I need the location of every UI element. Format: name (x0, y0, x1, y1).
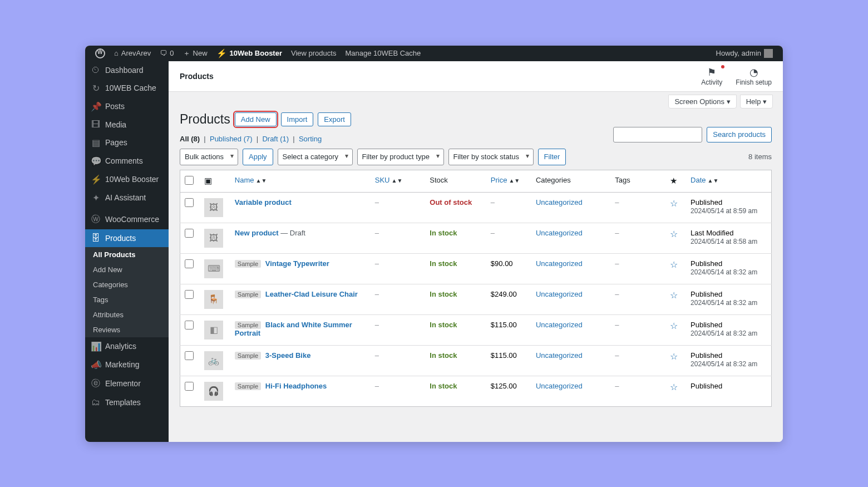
filter-draft[interactable]: Draft (1) (262, 135, 289, 143)
submenu-add-new[interactable]: Add New (85, 262, 169, 277)
menu-woocommerce[interactable]: ⓦWooCommerce (85, 210, 169, 229)
admin-toolbar: ⌂ ArevArev 🗨 0 ＋ New ⚡10Web Booster View… (85, 46, 783, 61)
row-checkbox[interactable] (185, 351, 194, 360)
menu-10web-cache[interactable]: ↻10WEB Cache (85, 79, 169, 97)
featured-toggle[interactable]: ☆ (670, 199, 678, 208)
product-name-cell: Sample Leather-Clad Leisure Chair (230, 284, 371, 314)
category-link[interactable]: Uncategorized (536, 351, 583, 360)
menu-label: Analytics (105, 342, 136, 351)
import-button[interactable]: Import (281, 112, 314, 126)
product-type-filter-select[interactable]: Filter by product type (357, 149, 444, 165)
sample-badge: Sample (235, 382, 261, 390)
product-thumbnail[interactable]: 🎧 (204, 382, 223, 401)
product-thumbnail[interactable]: 🖼 (204, 198, 223, 217)
product-name-link[interactable]: Hi-Fi Headphones (265, 382, 327, 390)
category-link[interactable]: Uncategorized (536, 259, 583, 268)
10web-booster-bar[interactable]: ⚡10Web Booster (212, 46, 287, 61)
help-tab[interactable]: Help ▾ (740, 95, 773, 109)
filter-all[interactable]: All (8) (180, 135, 200, 143)
col-date[interactable]: Date▲▼ (686, 170, 771, 192)
activity-button[interactable]: ⚑ Activity (701, 66, 722, 86)
table-row: 🖼 New product — Draft – In stock – Uncat… (180, 223, 772, 253)
menu-dashboard[interactable]: ⏲Dashboard (85, 61, 169, 79)
menu-products[interactable]: 🗄Products (85, 229, 169, 247)
col-name[interactable]: Name▲▼ (230, 170, 371, 192)
product-thumbnail[interactable]: 🚲 (204, 351, 223, 370)
col-featured[interactable]: ★ (665, 170, 686, 192)
search-products-button[interactable]: Search products (707, 127, 772, 142)
comments-bubble[interactable]: 🗨 0 (155, 46, 178, 61)
menu-ai-assistant[interactable]: ✦AI Assistant (85, 189, 169, 207)
category-link[interactable]: Uncategorized (536, 321, 583, 329)
menu-label: Marketing (105, 360, 139, 369)
product-name-link[interactable]: Vintage Typewriter (265, 259, 329, 268)
row-checkbox[interactable] (185, 198, 194, 207)
featured-toggle[interactable]: ☆ (670, 321, 678, 331)
submenu-attributes[interactable]: Attributes (85, 307, 169, 322)
col-thumbnail[interactable]: ▣ (200, 170, 230, 192)
product-thumbnail[interactable]: 🪑 (204, 290, 223, 309)
row-checkbox[interactable] (185, 382, 194, 391)
screen-options-tab[interactable]: Screen Options ▾ (668, 95, 736, 109)
woo-topbar: Products ⚑ Activity ◔ Finish setup (169, 61, 783, 92)
submenu-reviews[interactable]: Reviews (85, 322, 169, 337)
site-name[interactable]: ⌂ ArevArev (110, 46, 155, 61)
col-price[interactable]: Price▲▼ (486, 170, 531, 192)
my-account[interactable]: Howdy, admin (712, 46, 777, 61)
menu-10web-booster[interactable]: ⚡10Web Booster (85, 170, 169, 189)
category-link[interactable]: Uncategorized (536, 229, 583, 237)
menu-analytics[interactable]: 📊Analytics (85, 337, 169, 356)
menu-label: Comments (105, 156, 143, 165)
category-filter-select[interactable]: Select a category (278, 149, 353, 165)
stock-status: In stock (430, 229, 457, 237)
view-products[interactable]: View products (287, 46, 341, 61)
featured-toggle[interactable]: ☆ (670, 352, 678, 361)
featured-toggle[interactable]: ☆ (670, 260, 678, 269)
product-name-link[interactable]: New product (235, 229, 279, 237)
finish-setup-button[interactable]: ◔ Finish setup (736, 66, 772, 86)
filter-published[interactable]: Published (7) (210, 135, 253, 143)
featured-toggle[interactable]: ☆ (670, 229, 678, 239)
manage-cache[interactable]: Manage 10WEB Cache (341, 46, 425, 61)
col-sku[interactable]: SKU▲▼ (371, 170, 426, 192)
new-content[interactable]: ＋ New (179, 46, 212, 61)
menu-templates[interactable]: 🗂Templates (85, 393, 169, 411)
apply-button[interactable]: Apply (243, 149, 273, 165)
wp-logo[interactable] (91, 46, 110, 61)
category-link[interactable]: Uncategorized (536, 382, 583, 390)
product-name-link[interactable]: 3-Speed Bike (265, 351, 311, 360)
featured-toggle[interactable]: ☆ (670, 291, 678, 300)
stock-status-filter-select[interactable]: Filter by stock status (448, 149, 534, 165)
product-thumbnail[interactable]: 🖼 (204, 229, 223, 248)
search-input[interactable] (613, 127, 702, 142)
add-new-button[interactable]: Add New (235, 112, 277, 126)
select-all-checkbox[interactable] (185, 176, 194, 185)
submenu-tags[interactable]: Tags (85, 292, 169, 307)
filter-sorting[interactable]: Sorting (299, 135, 322, 143)
menu-posts[interactable]: 📌Posts (85, 97, 169, 116)
menu-icon: ⚡ (91, 174, 101, 185)
menu-elementor[interactable]: ⓔElementor (85, 374, 169, 393)
row-checkbox[interactable] (185, 259, 194, 268)
bulk-actions-select[interactable]: Bulk actions (180, 149, 238, 165)
export-button[interactable]: Export (318, 112, 351, 126)
submenu-all-products[interactable]: All Products (85, 247, 169, 262)
row-checkbox[interactable] (185, 229, 194, 238)
product-thumbnail[interactable]: ◧ (204, 321, 223, 340)
stock-status: Out of stock (430, 198, 472, 206)
menu-media[interactable]: 🎞Media (85, 116, 169, 134)
product-name-link[interactable]: Leather-Clad Leisure Chair (265, 290, 358, 298)
filter-button[interactable]: Filter (538, 149, 566, 165)
menu-pages[interactable]: ▤Pages (85, 134, 169, 152)
menu-marketing[interactable]: 📣Marketing (85, 356, 169, 374)
menu-comments[interactable]: 💬Comments (85, 152, 169, 170)
product-name-link[interactable]: Variable product (235, 198, 292, 206)
category-link[interactable]: Uncategorized (536, 290, 583, 298)
page-title: Products (180, 72, 214, 81)
row-checkbox[interactable] (185, 321, 194, 329)
product-thumbnail[interactable]: ⌨ (204, 259, 223, 278)
category-link[interactable]: Uncategorized (536, 198, 583, 206)
row-checkbox[interactable] (185, 290, 194, 299)
featured-toggle[interactable]: ☆ (670, 382, 678, 392)
submenu-categories[interactable]: Categories (85, 277, 169, 292)
